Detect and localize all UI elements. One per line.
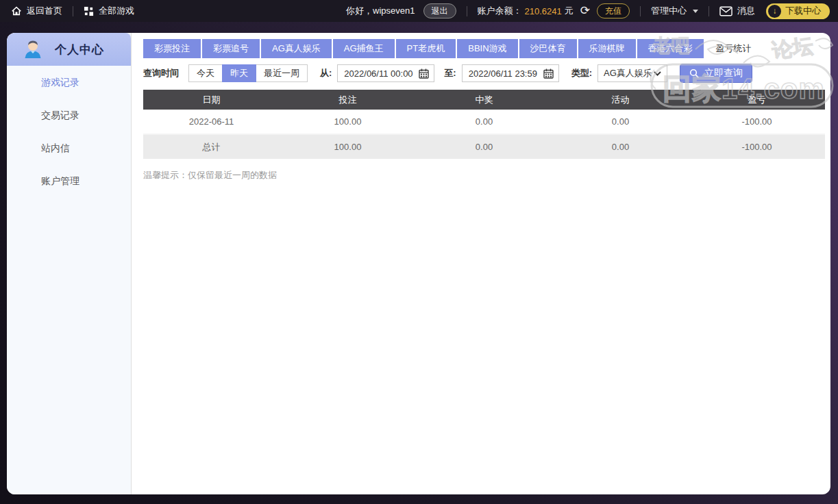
col-header-bet: 投注 <box>280 90 416 110</box>
refresh-icon[interactable]: ⟳ <box>580 5 590 16</box>
avatar <box>22 38 44 60</box>
calendar-icon[interactable] <box>543 68 554 79</box>
tab-pt-slots[interactable]: PT老虎机 <box>396 39 456 58</box>
table-total-row: 总计 100.00 0.00 0.00 -100.00 <box>143 134 825 159</box>
cell-win: 0.00 <box>416 110 552 134</box>
sidebar-header: 个人中心 <box>7 33 131 66</box>
divider <box>708 6 709 16</box>
tab-profit-stats[interactable]: 盈亏统计 <box>705 39 763 58</box>
admin-center-menu[interactable]: 管理中心 <box>651 5 698 17</box>
tab-ag-live[interactable]: AG真人娱乐 <box>261 39 332 58</box>
all-games-label: 全部游戏 <box>99 5 134 17</box>
topbar-right: 你好，wipseven1 退出 账户余额： 210.6241 元 ⟳ 充值 管理… <box>346 3 838 19</box>
topbar: 返回首页 全部游戏 你好，wipseven1 退出 账户余额： 210.6241… <box>0 0 838 22</box>
tab-ag-fishing[interactable]: AG捕鱼王 <box>333 39 395 58</box>
content-panel: 个人中心 游戏记录 交易记录 站内信 账户管理 彩票投注 彩票追号 AG真人娱乐… <box>7 33 830 494</box>
tab-lottery-bet[interactable]: 彩票投注 <box>143 39 201 58</box>
greeting-text: 你好，wipseven1 <box>346 5 415 17</box>
to-label: 至: <box>444 67 456 79</box>
main-content: 彩票投注 彩票追号 AG真人娱乐 AG捕鱼王 PT老虎机 BBIN游戏 沙巴体育… <box>132 33 830 494</box>
to-date-input[interactable] <box>469 68 539 79</box>
type-select[interactable]: AG真人娱乐 <box>597 64 667 82</box>
cell-total-label: 总计 <box>143 134 280 159</box>
quick-range-yesterday[interactable]: 昨天 <box>222 64 256 82</box>
to-date-field <box>462 64 559 82</box>
sidebar-title: 个人中心 <box>55 42 104 58</box>
category-tabs: 彩票投注 彩票追号 AG真人娱乐 AG捕鱼王 PT老虎机 BBIN游戏 沙巴体育… <box>143 39 825 58</box>
sidebar: 个人中心 游戏记录 交易记录 站内信 账户管理 <box>7 33 132 494</box>
home-icon <box>11 5 22 16</box>
col-header-activity: 活动 <box>552 90 689 110</box>
search-icon <box>689 68 700 79</box>
download-center-button[interactable]: ↓ 下载中心 <box>766 3 830 19</box>
tab-saba-sports[interactable]: 沙巴体育 <box>519 39 577 58</box>
logout-button[interactable]: 退出 <box>423 3 456 18</box>
select-chevron-icon <box>654 71 661 76</box>
query-button-label: 立即查询 <box>704 67 743 79</box>
admin-center-label: 管理中心 <box>651 5 687 17</box>
tab-lottery-chase[interactable]: 彩票追号 <box>202 39 260 58</box>
col-header-date: 日期 <box>143 90 280 110</box>
table-header-row: 日期 投注 中奖 活动 盈亏 <box>143 90 825 110</box>
download-center-label: 下载中心 <box>785 5 821 17</box>
messages-link[interactable]: 消息 <box>719 5 755 17</box>
sidebar-item-transaction-records[interactable]: 交易记录 <box>7 99 131 131</box>
query-time-label: 查询时间 <box>143 67 179 79</box>
recharge-button[interactable]: 充值 <box>597 3 630 18</box>
chevron-down-icon <box>693 10 698 13</box>
cell-date: 2022-06-11 <box>143 110 280 134</box>
type-label: 类型: <box>571 67 592 79</box>
mail-icon <box>719 6 732 16</box>
col-header-profit: 盈亏 <box>689 90 825 110</box>
tab-hk-mark-six[interactable]: 香港六合彩 <box>637 39 704 58</box>
cell-total-win: 0.00 <box>416 134 552 159</box>
download-icon: ↓ <box>768 5 781 18</box>
records-table: 日期 投注 中奖 活动 盈亏 2022-06-11 100.00 0.00 0.… <box>143 90 825 159</box>
cell-total-profit: -100.00 <box>689 134 825 159</box>
cell-activity: 0.00 <box>552 110 689 134</box>
topbar-left: 返回首页 全部游戏 <box>0 5 134 17</box>
cell-total-activity: 0.00 <box>552 134 689 159</box>
balance-unit: 元 <box>565 5 574 17</box>
sidebar-item-game-records[interactable]: 游戏记录 <box>7 66 131 99</box>
quick-range-group: 今天 昨天 最近一周 <box>188 64 308 82</box>
home-link[interactable]: 返回首页 <box>11 5 62 17</box>
cell-bet: 100.00 <box>280 110 416 134</box>
tab-leyou-chess[interactable]: 乐游棋牌 <box>578 39 636 58</box>
messages-label: 消息 <box>737 5 755 17</box>
tab-bbin[interactable]: BBIN游戏 <box>457 39 517 58</box>
from-date-input[interactable] <box>344 68 415 79</box>
from-label: 从: <box>320 67 332 79</box>
cell-total-bet: 100.00 <box>280 134 416 159</box>
balance-value: 210.6241 <box>525 6 562 16</box>
sidebar-item-site-messages[interactable]: 站内信 <box>7 131 131 164</box>
divider <box>467 6 467 16</box>
quick-range-today[interactable]: 今天 <box>188 64 223 82</box>
from-date-field <box>337 64 434 82</box>
balance-label: 账户余额： <box>478 5 522 17</box>
col-header-win: 中奖 <box>416 90 552 110</box>
calendar-icon[interactable] <box>419 68 429 79</box>
grid-icon <box>84 6 94 16</box>
type-select-value: AG真人娱乐 <box>604 67 652 79</box>
all-games-link[interactable]: 全部游戏 <box>84 5 134 17</box>
quick-range-last-week[interactable]: 最近一周 <box>256 64 308 82</box>
table-row: 2022-06-11 100.00 0.00 0.00 -100.00 <box>143 110 825 134</box>
query-button[interactable]: 立即查询 <box>680 64 752 83</box>
divider <box>640 6 641 16</box>
filter-bar: 查询时间 今天 昨天 最近一周 从: 至: 类型: <box>143 64 825 83</box>
home-label: 返回首页 <box>27 5 62 17</box>
tip-text: 温馨提示：仅保留最近一周的数据 <box>143 169 825 181</box>
sidebar-item-account-management[interactable]: 账户管理 <box>7 164 131 197</box>
divider <box>73 6 73 16</box>
cell-profit: -100.00 <box>689 110 825 134</box>
